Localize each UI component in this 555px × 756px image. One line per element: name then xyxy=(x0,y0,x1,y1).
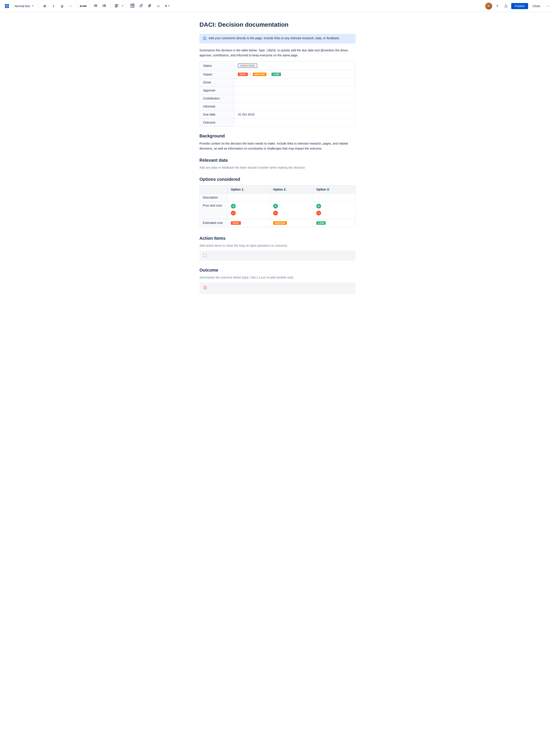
row-label: Driver xyxy=(200,79,234,86)
svg-rect-15 xyxy=(103,6,106,7)
svg-rect-2 xyxy=(5,6,7,8)
svg-rect-9 xyxy=(95,6,97,7)
insert-chevron-icon xyxy=(168,5,170,6)
outcome-icon xyxy=(203,285,207,291)
options-table: Option 1: Option 2: Option 3: Descriptio… xyxy=(200,185,355,227)
logo-button[interactable] xyxy=(3,3,10,9)
page-title: DACI: Decision documentation xyxy=(200,21,355,29)
svg-point-6 xyxy=(94,5,94,6)
svg-rect-1 xyxy=(7,4,9,6)
svg-rect-13 xyxy=(103,5,106,6)
svg-rect-16 xyxy=(115,4,118,5)
svg-rect-3 xyxy=(7,6,9,8)
table-row: Contributors xyxy=(200,94,355,102)
table-row: Due date 31 Oct 2019 xyxy=(200,110,355,119)
row-value: 31 Oct 2019 xyxy=(234,110,355,119)
table-row: Description xyxy=(200,193,355,202)
svg-rect-27 xyxy=(205,38,205,39)
svg-rect-0 xyxy=(5,4,7,6)
medium-badge: MEDIUM xyxy=(253,73,267,76)
info-banner: Add your comments directly to the page. … xyxy=(200,34,355,44)
svg-rect-7 xyxy=(95,5,97,6)
option2-description xyxy=(270,193,313,202)
cost-low-badge: LOW xyxy=(316,221,326,225)
outcome-subtitle: Summarize the outcome below (type /decis… xyxy=(200,275,355,280)
italic-button[interactable]: I xyxy=(50,3,57,9)
add-collaborator-button[interactable]: + xyxy=(494,3,501,9)
option1-pros-cons: + − xyxy=(228,202,270,219)
options-header-row: Option 1: Option 2: Option 3: xyxy=(200,185,355,193)
toolbar: Normal text B I U ··· A xyxy=(0,0,555,12)
emoji-button[interactable]: ☺ xyxy=(155,3,162,9)
attachment-button[interactable] xyxy=(146,3,153,9)
text-style-dropdown[interactable]: Normal text xyxy=(12,3,36,9)
user-avatar[interactable]: U xyxy=(485,3,492,9)
svg-rect-19 xyxy=(115,7,117,7)
publish-button[interactable]: Publish xyxy=(511,3,528,9)
table-row: Driver xyxy=(200,79,355,86)
more-format-button[interactable]: ··· xyxy=(68,3,74,9)
row-label: Informed xyxy=(200,102,234,110)
row-value xyxy=(234,79,355,86)
action-item-box xyxy=(200,251,355,261)
table-row: Informed xyxy=(200,102,355,110)
toolbar-right: U + Publish Close ··· xyxy=(485,3,552,9)
insert-button[interactable]: + xyxy=(164,3,171,9)
row-value xyxy=(234,94,355,102)
underline-button[interactable]: U xyxy=(59,3,66,9)
link-button[interactable] xyxy=(138,3,144,9)
intro-paragraph: Summarize this decision in the table bel… xyxy=(200,48,355,58)
bold-button[interactable]: B xyxy=(41,3,48,9)
align-button[interactable] xyxy=(113,3,120,9)
separator: / xyxy=(269,73,269,76)
option3-pros-cons: + − xyxy=(313,202,355,219)
option3-cost: LOW xyxy=(313,219,355,227)
row-label: Impact xyxy=(200,70,234,79)
con-icon: − xyxy=(273,211,278,215)
more-options-button[interactable]: ··· xyxy=(545,3,552,9)
action-items-heading: Action Items xyxy=(200,236,355,241)
svg-rect-5 xyxy=(95,5,97,5)
svg-point-25 xyxy=(506,6,506,7)
option1-description xyxy=(228,193,270,202)
svg-point-4 xyxy=(94,5,94,5)
cost-high-badge: HIGH xyxy=(231,221,241,225)
checkbox[interactable] xyxy=(203,254,206,257)
lock-icon[interactable] xyxy=(503,3,509,9)
col-header-empty xyxy=(200,185,228,193)
low-badge: LOW xyxy=(271,73,281,76)
bullet-list-button[interactable] xyxy=(92,3,99,9)
background-heading: Background xyxy=(200,134,355,138)
svg-rect-18 xyxy=(115,6,118,6)
option1-cost: HIGH xyxy=(228,219,270,227)
outcome-heading: Outcome xyxy=(200,268,355,273)
info-icon xyxy=(203,37,206,41)
option2-cost: MEDIUM xyxy=(270,219,313,227)
content-area: DACI: Decision documentation Add your co… xyxy=(195,12,360,311)
col-header-option1: Option 1: xyxy=(228,185,270,193)
table-button[interactable] xyxy=(129,3,136,9)
row-label: Approver xyxy=(200,86,234,94)
row-value xyxy=(234,119,355,127)
table-row: Impact HIGH / MEDIUM / LOW xyxy=(200,70,355,79)
numbered-list-button[interactable]: 1. 2. 3. xyxy=(101,3,108,9)
row-label: Estimated cost xyxy=(200,219,228,227)
table-row: Status UNDECIDED xyxy=(200,61,355,70)
relevant-data-subtitle: Add any data or feedback the team should… xyxy=(200,165,355,170)
relevant-data-heading: Relevant data xyxy=(200,158,355,163)
table-row: Outcome xyxy=(200,119,355,127)
row-label: Due date xyxy=(200,110,234,119)
svg-rect-17 xyxy=(115,5,118,6)
separator: / xyxy=(250,73,250,76)
high-badge: HIGH xyxy=(238,73,248,76)
svg-point-8 xyxy=(94,6,94,7)
table-row: Estimated cost HIGH MEDIUM LOW xyxy=(200,219,355,227)
status-badge: UNDECIDED xyxy=(238,63,257,68)
close-button[interactable]: Close xyxy=(530,3,543,9)
row-value xyxy=(234,102,355,110)
cost-medium-badge: MEDIUM xyxy=(273,221,287,225)
text-color-button[interactable]: A xyxy=(80,3,87,9)
pro-icon: + xyxy=(316,204,321,209)
daci-table: Status UNDECIDED Impact HIGH / MEDIUM / … xyxy=(200,61,355,127)
row-label: Outcome xyxy=(200,119,234,127)
